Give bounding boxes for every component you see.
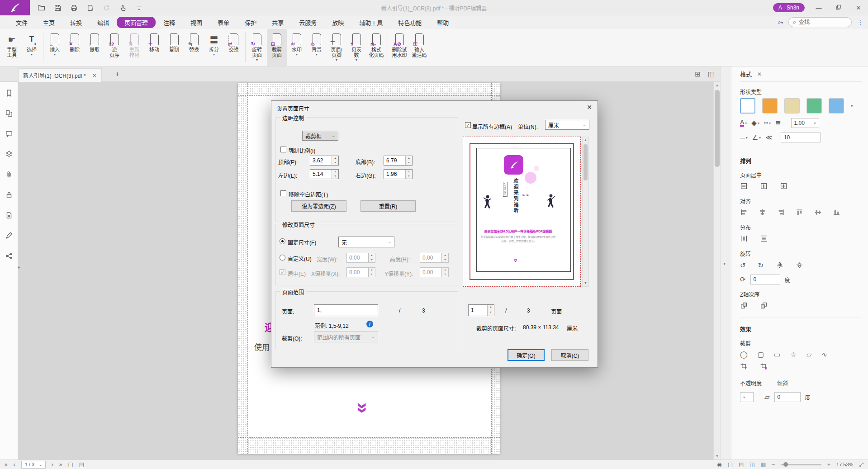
zoom-slider-thumb[interactable]: [783, 462, 788, 467]
signature-icon[interactable]: [5, 232, 13, 242]
scroll-up-icon[interactable]: ▲: [714, 82, 720, 89]
comments-icon[interactable]: [5, 130, 13, 140]
align-right-icon[interactable]: [777, 208, 785, 218]
menu-item-12[interactable]: 放映: [324, 17, 351, 28]
align-middle-icon[interactable]: [814, 208, 822, 218]
share-icon[interactable]: [5, 252, 13, 262]
stroke-width-select[interactable]: 1.00▾: [791, 118, 819, 128]
page-range-input[interactable]: 1,: [314, 304, 378, 316]
info-icon[interactable]: i: [366, 321, 373, 327]
swatch-green[interactable]: [806, 98, 822, 114]
zoom-in-icon[interactable]: +: [827, 461, 830, 468]
menu-item-9[interactable]: 保护: [237, 17, 264, 28]
center-both-icon[interactable]: [780, 182, 787, 191]
left-margin-input[interactable]: 5.14▲▼: [310, 169, 339, 179]
crop-frame-icon[interactable]: [740, 362, 748, 371]
menu-item-3[interactable]: 转换: [62, 17, 90, 28]
center-horizontal-icon[interactable]: [740, 182, 748, 191]
menu-item-10[interactable]: 共享: [264, 17, 291, 28]
menu-item-5[interactable]: 页面管理: [117, 17, 156, 28]
preview-scroll-down-icon[interactable]: ▼: [583, 280, 588, 286]
swatch-white[interactable]: [740, 98, 755, 114]
customize-toolbar-icon[interactable]: [134, 3, 144, 13]
star-icon[interactable]: ☆: [790, 351, 796, 359]
height-input[interactable]: 0.00▲▼: [420, 253, 449, 263]
print-icon[interactable]: [69, 3, 79, 13]
restore-button[interactable]: [833, 5, 844, 11]
swatch-tan[interactable]: [784, 98, 800, 114]
page-thumbnails-icon[interactable]: [5, 109, 13, 119]
flip-horizontal-icon[interactable]: [776, 261, 783, 270]
new-document-icon[interactable]: [85, 3, 95, 13]
page-indicator[interactable]: 1 / 3⌄: [21, 461, 46, 469]
distribute-vertical-icon[interactable]: [760, 235, 768, 244]
header-footer-button[interactable]: ▔页眉/页脚▾: [327, 29, 346, 66]
extract-pages-button[interactable]: ↓提取: [85, 29, 104, 66]
next-page-icon[interactable]: ›: [52, 461, 53, 468]
x-offset-input[interactable]: 0.00▲▼: [346, 267, 375, 277]
redo-icon[interactable]: [101, 3, 111, 13]
advanced-search-icon[interactable]: ⌕▾: [778, 19, 783, 26]
zero-margin-button[interactable]: 设为零边距(Z): [291, 200, 346, 212]
bottom-margin-input[interactable]: 6.79▲▼: [384, 156, 413, 166]
more-options-icon[interactable]: ⋮: [857, 19, 863, 26]
replace-pages-button[interactable]: ⇆替换: [184, 29, 204, 66]
panel-collapse-arrow[interactable]: ▸: [724, 261, 726, 266]
document-icon[interactable]: [5, 211, 13, 221]
scrollbar-thumb[interactable]: [715, 90, 720, 167]
align-bottom-icon[interactable]: [833, 208, 840, 218]
watermark-button[interactable]: ≋水印▾: [287, 29, 307, 66]
open-file-icon[interactable]: [36, 3, 46, 13]
document-tab[interactable]: 新人引导(1)_OCR(3).pdf * ✕: [18, 68, 102, 82]
new-tab-button[interactable]: +: [115, 70, 119, 78]
crop-scope-select[interactable]: 范围内的所有页面⌄: [314, 332, 378, 342]
align-center-icon[interactable]: [759, 208, 766, 218]
preview-scroll-up-icon[interactable]: ▲: [583, 137, 588, 143]
panel-close-icon[interactable]: ✕: [757, 71, 762, 77]
actual-size-icon[interactable]: ◉: [717, 461, 721, 468]
y-offset-input[interactable]: 0.00▲▼: [420, 267, 449, 277]
copy-pages-button[interactable]: 复制: [164, 29, 184, 66]
rotate-right-icon[interactable]: ↻: [758, 261, 764, 270]
split-document-button[interactable]: 〓拆分▾: [204, 29, 224, 66]
menu-item-8[interactable]: 表单: [210, 17, 237, 28]
menu-item-1[interactable]: 文件: [8, 17, 35, 28]
menu-item-11[interactable]: 云服务: [291, 17, 324, 28]
box-type-select[interactable]: 裁剪框⌄: [302, 131, 338, 141]
snapshot-icon[interactable]: ▢: [68, 461, 73, 468]
align-left-icon[interactable]: [740, 208, 748, 218]
page-panel-icon[interactable]: ◫: [708, 70, 714, 78]
top-margin-input[interactable]: 3.62▲▼: [310, 156, 339, 166]
touch-mode-icon[interactable]: [118, 3, 128, 13]
format-page-numbers-button[interactable]: №格式化页码: [366, 29, 386, 66]
facing-view-icon[interactable]: ◫: [749, 461, 754, 468]
right-margin-input[interactable]: 1.96▲▼: [384, 169, 413, 179]
single-page-view-icon[interactable]: ▢: [728, 461, 733, 468]
preview-scrollbar[interactable]: ▲ ▼: [582, 137, 589, 287]
crop-pages-button[interactable]: ⊡裁剪页面: [267, 29, 287, 66]
delete-pages-button[interactable]: ✕删除: [65, 29, 85, 66]
align-top-icon[interactable]: [796, 208, 803, 218]
custom-size-radio[interactable]: [280, 255, 285, 261]
last-page-icon[interactable]: »: [59, 461, 62, 468]
fixed-size-select[interactable]: 无⌄: [338, 237, 394, 247]
tab-close-icon[interactable]: ✕: [92, 72, 97, 79]
save-icon[interactable]: [52, 3, 62, 13]
menu-item-4[interactable]: 编辑: [90, 17, 117, 28]
rotate-left-icon[interactable]: ↺: [740, 261, 746, 270]
center-vertical-icon[interactable]: [760, 182, 768, 191]
swap-pages-button[interactable]: ⇄交换: [224, 29, 244, 66]
preview-page-input[interactable]: 1▲▼: [468, 304, 494, 316]
clipboard-icon[interactable]: ▤: [79, 461, 84, 468]
rectangle-icon[interactable]: ▭: [774, 351, 780, 359]
fixed-size-radio[interactable]: [280, 238, 285, 244]
menu-item-6[interactable]: 注释: [156, 17, 183, 28]
dash-style-button[interactable]: ┅▾: [764, 119, 771, 127]
remove-trial-watermark-button[interactable]: A⊘删除试用水印: [389, 29, 409, 66]
canvas-vertical-scrollbar[interactable]: ▲ ▼: [713, 82, 720, 460]
line-style-button[interactable]: ─▾: [740, 134, 748, 142]
skew-input[interactable]: 0: [774, 392, 801, 402]
search-box[interactable]: ⌕: [788, 17, 852, 27]
grid-view-icon[interactable]: ⊞: [695, 70, 701, 78]
zoom-slider[interactable]: [781, 464, 821, 465]
